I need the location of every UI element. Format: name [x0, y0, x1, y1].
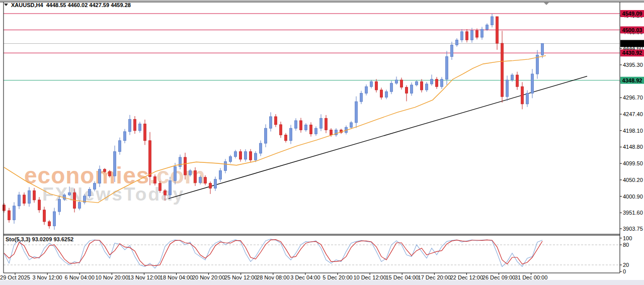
candle-up — [179, 154, 182, 169]
candle-up — [78, 200, 81, 210]
candle-up — [506, 75, 509, 101]
candle-up — [84, 194, 86, 205]
candle-up — [431, 74, 433, 85]
candle-up — [89, 187, 91, 198]
candle-up — [189, 169, 192, 176]
time-axis[interactable]: 29 Oct 20253 Nov 12:006 Nov 04:0010 Nov … — [0, 273, 547, 280]
candle-up — [139, 122, 141, 133]
candle-up — [461, 29, 463, 43]
candle-down — [325, 115, 328, 133]
candle-up — [350, 121, 353, 129]
candle-up — [114, 146, 116, 182]
candlesticks — [3, 14, 544, 230]
stochastic-indicator-label: Sto(5,3,3) 93.0209 93.6252 — [6, 236, 73, 242]
current-price-badge: 4459.28 — [620, 40, 644, 47]
candle-up — [365, 84, 368, 96]
candle-up — [234, 150, 237, 158]
y-axis-label: 4050.20 — [623, 177, 643, 183]
candle-down — [48, 220, 51, 229]
candle-up — [58, 196, 61, 215]
candle-down — [23, 193, 26, 206]
candle-up — [255, 151, 257, 162]
candle-down — [280, 122, 282, 138]
candle-up — [426, 82, 428, 92]
candle-down — [285, 133, 287, 143]
candle-up — [219, 168, 222, 181]
candle-down — [159, 181, 162, 193]
chart-shift-marker-icon[interactable] — [544, 3, 549, 5]
candle-up — [265, 124, 267, 147]
candle-up — [531, 69, 534, 98]
candle-up — [441, 77, 443, 89]
candle-down — [134, 116, 136, 134]
candle-up — [94, 181, 96, 192]
candle-up — [53, 208, 56, 230]
y-axis-label: 4148.80 — [623, 144, 643, 150]
candle-down — [275, 114, 277, 127]
y-axis-label: 3903.75 — [623, 226, 643, 232]
candle-down — [33, 188, 36, 203]
y-axis-label: 4000.90 — [623, 194, 643, 200]
candle-down — [239, 149, 242, 162]
candle-up — [335, 128, 338, 137]
candle-up — [295, 118, 297, 131]
sto-axis-label: 0 — [623, 268, 626, 274]
candle-down — [406, 85, 408, 102]
candle-down — [209, 181, 212, 194]
candle-up — [270, 112, 272, 131]
y-axis-label: 4247.40 — [623, 111, 643, 117]
candle-down — [144, 120, 146, 145]
candle-down — [300, 118, 302, 133]
candle-up — [491, 14, 494, 28]
candle-down — [149, 132, 151, 185]
candle-up — [526, 90, 529, 107]
y-axis-label: 4395.30 — [623, 62, 643, 68]
price-level-badge: 4549.09 — [620, 10, 644, 17]
candle-up — [360, 91, 363, 105]
candle-up — [199, 175, 202, 184]
candle-down — [38, 197, 41, 213]
candle-up — [411, 82, 413, 96]
svg-text:4430.92: 4430.92 — [622, 50, 642, 56]
window-bottom-edge — [0, 280, 644, 285]
svg-text:4500.03: 4500.03 — [622, 27, 642, 33]
candle-up — [169, 177, 172, 199]
candle-up — [13, 202, 16, 224]
chart-canvas[interactable]: 4543.204493.904444.604395.304346.004296.… — [0, 0, 644, 285]
sto-axis-label: 100 — [623, 235, 632, 241]
candle-up — [446, 51, 448, 85]
candle-up — [305, 123, 307, 132]
svg-text:4549.09: 4549.09 — [622, 11, 642, 17]
y-axis-label: 4296.70 — [623, 94, 643, 101]
candle-up — [129, 115, 131, 135]
candle-down — [109, 170, 111, 177]
y-axis-label: 4198.10 — [623, 128, 643, 134]
moving-average-line[interactable] — [4, 56, 546, 203]
y-axis-label: 4099.50 — [623, 160, 643, 166]
candle-down — [496, 17, 499, 50]
candle-up — [68, 186, 71, 196]
candle-up — [390, 81, 393, 94]
candle-up — [260, 140, 262, 156]
candle-down — [154, 174, 156, 185]
sto-axis-label: 20 — [623, 262, 629, 268]
candle-down — [421, 79, 423, 92]
candle-down — [380, 87, 383, 100]
candle-up — [99, 165, 101, 187]
candle-down — [436, 77, 438, 89]
candle-up — [416, 80, 418, 86]
candle-down — [104, 168, 106, 172]
candle-up — [481, 27, 484, 40]
candle-up — [536, 50, 539, 79]
ascending-trendline[interactable] — [169, 76, 587, 199]
candle-down — [521, 82, 524, 109]
symbol-dropdown-icon[interactable] — [4, 4, 8, 6]
candle-up — [456, 38, 458, 47]
candle-down — [310, 122, 312, 136]
candle-down — [375, 79, 378, 92]
candle-up — [395, 76, 398, 84]
price-level-badge: 4430.92 — [620, 49, 644, 56]
chart-title-bar: XAUUSD,H4 4448.55 4460.02 4427.59 4459.2… — [4, 2, 131, 8]
candle-up — [320, 114, 323, 131]
candle-up — [229, 155, 232, 163]
